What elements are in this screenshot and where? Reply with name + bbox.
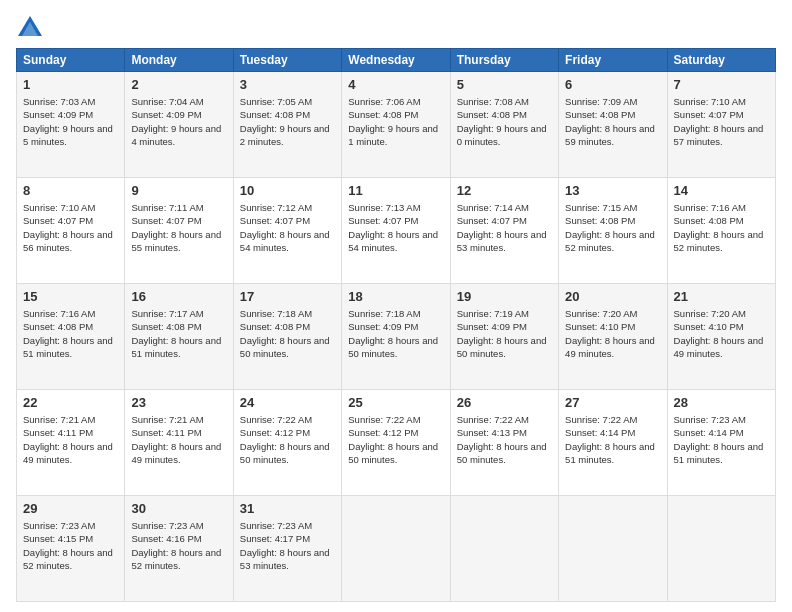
- day-info: Daylight: 9 hours and 1 minute.: [348, 122, 443, 149]
- calendar-cell: 15Sunrise: 7:16 AMSunset: 4:08 PMDayligh…: [17, 284, 125, 390]
- day-info: Daylight: 9 hours and 2 minutes.: [240, 122, 335, 149]
- day-info: Sunset: 4:11 PM: [23, 426, 118, 439]
- day-info: Sunset: 4:08 PM: [348, 108, 443, 121]
- calendar-cell: 24Sunrise: 7:22 AMSunset: 4:12 PMDayligh…: [233, 390, 341, 496]
- logo: [16, 14, 48, 42]
- day-info: Daylight: 8 hours and 50 minutes.: [457, 334, 552, 361]
- day-number: 1: [23, 76, 118, 94]
- day-number: 6: [565, 76, 660, 94]
- day-info: Daylight: 8 hours and 51 minutes.: [23, 334, 118, 361]
- day-info: Sunset: 4:09 PM: [23, 108, 118, 121]
- day-info: Sunrise: 7:10 AM: [23, 201, 118, 214]
- calendar-week-row: 8Sunrise: 7:10 AMSunset: 4:07 PMDaylight…: [17, 178, 776, 284]
- day-info: Sunrise: 7:23 AM: [240, 519, 335, 532]
- day-number: 17: [240, 288, 335, 306]
- header: [16, 10, 776, 42]
- day-info: Sunrise: 7:18 AM: [348, 307, 443, 320]
- calendar-cell: [450, 496, 558, 602]
- day-info: Daylight: 8 hours and 52 minutes.: [565, 228, 660, 255]
- day-info: Sunrise: 7:14 AM: [457, 201, 552, 214]
- calendar-cell: 26Sunrise: 7:22 AMSunset: 4:13 PMDayligh…: [450, 390, 558, 496]
- day-info: Sunrise: 7:16 AM: [23, 307, 118, 320]
- calendar-cell: 14Sunrise: 7:16 AMSunset: 4:08 PMDayligh…: [667, 178, 775, 284]
- day-info: Daylight: 8 hours and 50 minutes.: [348, 334, 443, 361]
- calendar-cell: 17Sunrise: 7:18 AMSunset: 4:08 PMDayligh…: [233, 284, 341, 390]
- day-info: Sunset: 4:11 PM: [131, 426, 226, 439]
- calendar-table: SundayMondayTuesdayWednesdayThursdayFrid…: [16, 48, 776, 602]
- weekday-header: Sunday: [17, 49, 125, 72]
- day-info: Daylight: 8 hours and 57 minutes.: [674, 122, 769, 149]
- day-number: 28: [674, 394, 769, 412]
- day-number: 25: [348, 394, 443, 412]
- day-info: Sunrise: 7:06 AM: [348, 95, 443, 108]
- day-info: Sunset: 4:09 PM: [348, 320, 443, 333]
- calendar-cell: 23Sunrise: 7:21 AMSunset: 4:11 PMDayligh…: [125, 390, 233, 496]
- day-info: Daylight: 9 hours and 0 minutes.: [457, 122, 552, 149]
- day-info: Sunset: 4:08 PM: [240, 108, 335, 121]
- day-info: Sunset: 4:15 PM: [23, 532, 118, 545]
- calendar-week-row: 22Sunrise: 7:21 AMSunset: 4:11 PMDayligh…: [17, 390, 776, 496]
- calendar-cell: 19Sunrise: 7:19 AMSunset: 4:09 PMDayligh…: [450, 284, 558, 390]
- day-info: Daylight: 8 hours and 59 minutes.: [565, 122, 660, 149]
- day-info: Sunrise: 7:12 AM: [240, 201, 335, 214]
- day-number: 5: [457, 76, 552, 94]
- day-info: Sunset: 4:07 PM: [348, 214, 443, 227]
- day-info: Sunrise: 7:21 AM: [23, 413, 118, 426]
- day-number: 24: [240, 394, 335, 412]
- calendar-week-row: 1Sunrise: 7:03 AMSunset: 4:09 PMDaylight…: [17, 72, 776, 178]
- calendar-cell: 13Sunrise: 7:15 AMSunset: 4:08 PMDayligh…: [559, 178, 667, 284]
- day-info: Daylight: 9 hours and 4 minutes.: [131, 122, 226, 149]
- day-info: Sunset: 4:09 PM: [131, 108, 226, 121]
- day-info: Daylight: 8 hours and 49 minutes.: [674, 334, 769, 361]
- day-info: Daylight: 8 hours and 50 minutes.: [457, 440, 552, 467]
- day-info: Sunset: 4:08 PM: [674, 214, 769, 227]
- day-info: Sunset: 4:16 PM: [131, 532, 226, 545]
- calendar-cell: 27Sunrise: 7:22 AMSunset: 4:14 PMDayligh…: [559, 390, 667, 496]
- calendar-cell: 5Sunrise: 7:08 AMSunset: 4:08 PMDaylight…: [450, 72, 558, 178]
- day-info: Sunrise: 7:22 AM: [348, 413, 443, 426]
- calendar-cell: 25Sunrise: 7:22 AMSunset: 4:12 PMDayligh…: [342, 390, 450, 496]
- day-number: 16: [131, 288, 226, 306]
- day-number: 2: [131, 76, 226, 94]
- day-info: Sunset: 4:08 PM: [23, 320, 118, 333]
- day-info: Sunset: 4:17 PM: [240, 532, 335, 545]
- day-info: Sunrise: 7:19 AM: [457, 307, 552, 320]
- calendar-cell: 28Sunrise: 7:23 AMSunset: 4:14 PMDayligh…: [667, 390, 775, 496]
- calendar-cell: 9Sunrise: 7:11 AMSunset: 4:07 PMDaylight…: [125, 178, 233, 284]
- day-number: 31: [240, 500, 335, 518]
- day-number: 13: [565, 182, 660, 200]
- day-number: 30: [131, 500, 226, 518]
- day-number: 23: [131, 394, 226, 412]
- day-info: Sunrise: 7:13 AM: [348, 201, 443, 214]
- calendar-cell: 31Sunrise: 7:23 AMSunset: 4:17 PMDayligh…: [233, 496, 341, 602]
- day-info: Sunrise: 7:09 AM: [565, 95, 660, 108]
- calendar-cell: 10Sunrise: 7:12 AMSunset: 4:07 PMDayligh…: [233, 178, 341, 284]
- day-info: Sunset: 4:08 PM: [457, 108, 552, 121]
- day-info: Daylight: 8 hours and 52 minutes.: [674, 228, 769, 255]
- day-number: 19: [457, 288, 552, 306]
- day-info: Sunrise: 7:17 AM: [131, 307, 226, 320]
- day-info: Sunset: 4:10 PM: [674, 320, 769, 333]
- calendar-cell: 21Sunrise: 7:20 AMSunset: 4:10 PMDayligh…: [667, 284, 775, 390]
- day-number: 15: [23, 288, 118, 306]
- day-info: Daylight: 8 hours and 51 minutes.: [131, 334, 226, 361]
- day-info: Sunrise: 7:22 AM: [565, 413, 660, 426]
- calendar-cell: [559, 496, 667, 602]
- day-info: Sunset: 4:12 PM: [240, 426, 335, 439]
- day-number: 8: [23, 182, 118, 200]
- weekday-header: Wednesday: [342, 49, 450, 72]
- day-info: Daylight: 8 hours and 52 minutes.: [23, 546, 118, 573]
- calendar-cell: 1Sunrise: 7:03 AMSunset: 4:09 PMDaylight…: [17, 72, 125, 178]
- day-info: Sunset: 4:07 PM: [23, 214, 118, 227]
- day-info: Sunset: 4:07 PM: [457, 214, 552, 227]
- calendar-cell: 3Sunrise: 7:05 AMSunset: 4:08 PMDaylight…: [233, 72, 341, 178]
- day-info: Sunrise: 7:04 AM: [131, 95, 226, 108]
- weekday-header: Tuesday: [233, 49, 341, 72]
- day-info: Sunrise: 7:18 AM: [240, 307, 335, 320]
- day-info: Daylight: 9 hours and 5 minutes.: [23, 122, 118, 149]
- day-info: Sunrise: 7:11 AM: [131, 201, 226, 214]
- day-info: Daylight: 8 hours and 50 minutes.: [240, 440, 335, 467]
- day-number: 22: [23, 394, 118, 412]
- day-number: 9: [131, 182, 226, 200]
- day-number: 20: [565, 288, 660, 306]
